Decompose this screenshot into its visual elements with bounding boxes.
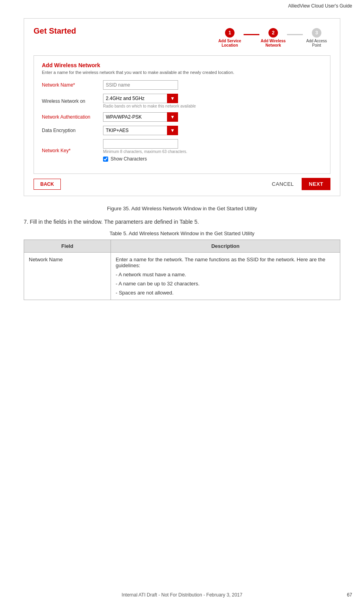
data-encryption-control: TKIP+AES AES TKIP ▼ bbox=[103, 126, 322, 135]
wireless-network-control: 2.4GHz and 5GHz 2.4GHz only 5GHz only ▼ … bbox=[103, 94, 322, 108]
wireless-network-row: Wireless Network on 2.4GHz and 5GHz 2.4G… bbox=[42, 94, 322, 108]
step-2-label: Add WirelessNetwork bbox=[259, 39, 287, 47]
network-key-hint: Minimum 8 characters, maximum 63 charact… bbox=[103, 149, 322, 154]
get-started-section: Get Started 1 Add ServiceLocation 2 bbox=[24, 18, 340, 196]
table-header-description: Description bbox=[111, 240, 340, 253]
figure-caption: Figure 35. Add Wireless Network Window i… bbox=[24, 206, 340, 211]
table-caption: Table 5. Add Wireless Network Window in … bbox=[24, 230, 340, 236]
desc-para-3: - A name can be up to 32 characters. bbox=[116, 281, 335, 287]
step-2-circle: 2 bbox=[268, 28, 278, 38]
footer-text: Internal ATI Draft - Not For Distributio… bbox=[122, 592, 242, 598]
desc-para-2: - A network must have a name. bbox=[116, 272, 335, 277]
network-auth-select[interactable]: WPA/WPA2-PSK WPA2-PSK WPA-PSK bbox=[103, 112, 178, 122]
network-name-input[interactable] bbox=[103, 80, 178, 90]
form-footer: BACK CANCEL NEXT bbox=[34, 174, 330, 196]
step-1-circle: 1 bbox=[225, 28, 235, 38]
desc-para-4: - Spaces are not allowed. bbox=[116, 290, 335, 296]
cancel-button[interactable]: CANCEL bbox=[272, 181, 294, 187]
wireless-network-label: Wireless Network on bbox=[42, 98, 103, 104]
table-cell-description: Enter a name for the network. The name f… bbox=[111, 253, 340, 300]
page-number: 67 bbox=[347, 592, 352, 598]
table-row: Network Name Enter a name for the networ… bbox=[24, 253, 340, 300]
network-key-input[interactable] bbox=[103, 139, 178, 149]
form-section: Add Wireless Network Enter a name for th… bbox=[34, 55, 330, 174]
step-text: 7. Fill in the fields in the window. The… bbox=[24, 219, 340, 225]
table-header-field: Field bbox=[24, 240, 111, 253]
wireless-network-hint: Radio bands on which to make this networ… bbox=[103, 104, 322, 108]
next-button[interactable]: NEXT bbox=[302, 178, 330, 190]
form-title: Add Wireless Network bbox=[42, 62, 322, 68]
network-key-label: Network Key* bbox=[42, 148, 103, 153]
network-auth-control: WPA/WPA2-PSK WPA2-PSK WPA-PSK ▼ bbox=[103, 112, 322, 122]
network-name-control bbox=[103, 80, 322, 90]
wireless-network-select[interactable]: 2.4GHz and 5GHz 2.4GHz only 5GHz only bbox=[103, 94, 178, 103]
table-header-row: Field Description bbox=[24, 240, 340, 253]
stepper: 1 Add ServiceLocation 2 Add WirelessNetw… bbox=[216, 28, 330, 47]
step-2: 2 Add WirelessNetwork bbox=[259, 28, 287, 47]
show-characters-checkbox[interactable] bbox=[103, 157, 108, 162]
network-auth-row: Network Authentication WPA/WPA2-PSK WPA2… bbox=[42, 112, 322, 122]
data-encryption-select[interactable]: TKIP+AES AES TKIP bbox=[103, 126, 178, 135]
step-3-circle: 3 bbox=[312, 28, 321, 38]
step-3: 3 Add AccessPoint bbox=[303, 28, 330, 47]
page-footer: Internal ATI Draft - Not For Distributio… bbox=[0, 592, 364, 598]
header-title: AlliedView Cloud User's Guide bbox=[288, 3, 352, 9]
data-encryption-row: Data Encryption TKIP+AES AES TKIP ▼ bbox=[42, 126, 322, 135]
show-characters-label: Show Characters bbox=[111, 156, 147, 162]
data-encryption-label: Data Encryption bbox=[42, 128, 103, 133]
network-key-row: Network Key* Minimum 8 characters, maxim… bbox=[42, 139, 322, 162]
get-started-header: Get Started 1 Add ServiceLocation 2 bbox=[34, 26, 330, 47]
network-name-label: Network Name* bbox=[42, 82, 103, 88]
step-connector-1 bbox=[244, 34, 259, 35]
get-started-title: Get Started bbox=[34, 26, 76, 36]
show-characters-row: Show Characters bbox=[103, 156, 322, 162]
step-1-label: Add ServiceLocation bbox=[216, 39, 244, 47]
step-connector-2 bbox=[287, 34, 303, 35]
form-subtitle: Enter a name for the wireless network th… bbox=[42, 70, 322, 75]
network-auth-label: Network Authentication bbox=[42, 114, 103, 120]
network-key-control: Minimum 8 characters, maximum 63 charact… bbox=[103, 139, 322, 162]
network-name-row: Network Name* bbox=[42, 80, 322, 90]
page-header: AlliedView Cloud User's Guide bbox=[0, 0, 364, 10]
desc-para-1: Enter a name for the network. The name f… bbox=[116, 257, 335, 268]
description-table: Field Description Network Name Enter a n… bbox=[24, 240, 340, 300]
network-auth-select-wrap: WPA/WPA2-PSK WPA2-PSK WPA-PSK ▼ bbox=[103, 112, 178, 122]
back-button[interactable]: BACK bbox=[34, 179, 61, 190]
data-encryption-select-wrap: TKIP+AES AES TKIP ▼ bbox=[103, 126, 178, 135]
table-cell-field: Network Name bbox=[24, 253, 111, 300]
step-3-label: Add AccessPoint bbox=[303, 39, 330, 47]
footer-right: CANCEL NEXT bbox=[272, 178, 330, 190]
wireless-network-select-wrap: 2.4GHz and 5GHz 2.4GHz only 5GHz only ▼ bbox=[103, 94, 178, 103]
step-1: 1 Add ServiceLocation bbox=[216, 28, 244, 47]
